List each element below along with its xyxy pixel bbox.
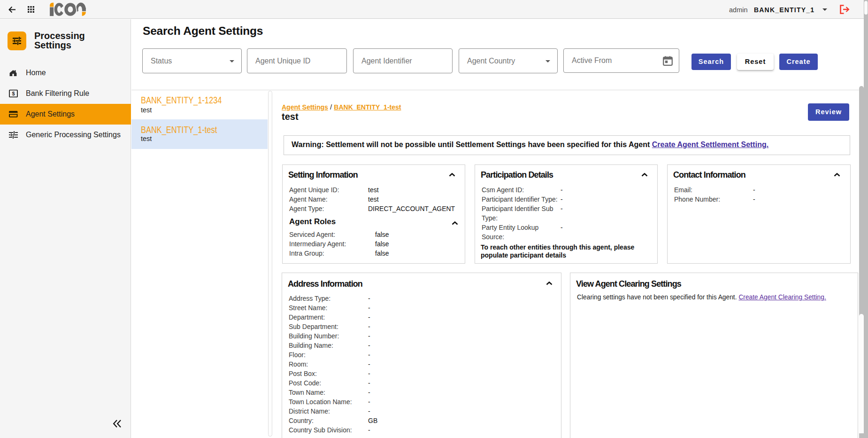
svg-text:$: $ xyxy=(12,91,15,96)
